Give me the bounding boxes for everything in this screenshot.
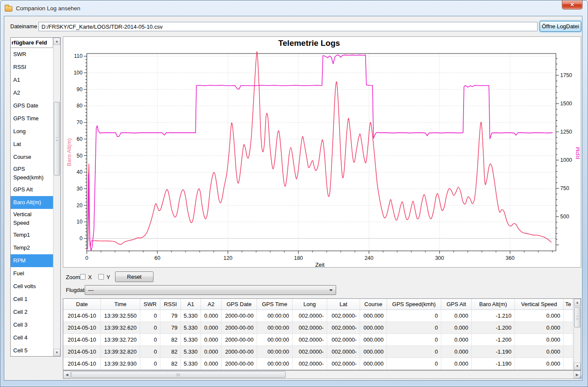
column-header-0[interactable]: Date	[63, 299, 101, 310]
field-item-cell-2[interactable]: Cell 2	[11, 306, 53, 319]
table-cell: 00:00:00	[257, 334, 293, 346]
resize-grip-icon[interactable]: ◢	[578, 374, 582, 380]
svg-text:60: 60	[77, 136, 83, 142]
field-item-temp1[interactable]: Temp1	[11, 229, 53, 241]
table-row[interactable]: 2014-05-1013:39:32.8200825.3300.0002000-…	[63, 346, 573, 358]
telemetry-chart[interactable]: 0601201802403003600102030405060708090100…	[63, 37, 582, 268]
close-icon: ✕	[570, 2, 574, 8]
table-cell: 2014-05-10	[63, 334, 101, 346]
table-cell: 0	[140, 310, 160, 322]
svg-text:0: 0	[80, 235, 83, 241]
table-cell: 0.000	[441, 322, 472, 334]
table-row[interactable]: 2014-05-1013:39:32.6200795.3300.0002000-…	[63, 322, 573, 334]
table-scroll-up-icon[interactable]: ▲	[574, 299, 581, 306]
reset-button[interactable]: Reset	[115, 271, 154, 282]
table-cell: 2014-05-10	[63, 346, 101, 358]
field-item-cell-4[interactable]: Cell 4	[11, 331, 53, 344]
field-item-cell-1[interactable]: Cell 1	[11, 293, 53, 306]
column-header-3[interactable]: RSSI	[160, 299, 181, 310]
field-item-cell-3[interactable]: Cell 3	[11, 319, 53, 331]
table-cell: 0.000	[201, 310, 222, 322]
table-row[interactable]: 2014-05-1013:39:32.7200825.3300.0002000-…	[63, 334, 573, 346]
column-header-10[interactable]: Course	[360, 299, 387, 310]
field-item-baro-alt-m-[interactable]: Baro Alt(m)	[11, 196, 53, 209]
flightdata-value: ---	[88, 287, 94, 293]
field-item-gps-alt[interactable]: GPS Alt	[11, 183, 53, 196]
svg-text:40: 40	[77, 169, 83, 175]
field-item-swr[interactable]: SWR	[11, 48, 53, 61]
table-hscrollbar-thumb[interactable]	[71, 371, 286, 378]
column-header-6[interactable]: GPS Date	[222, 299, 257, 310]
table-cell: -1.190	[472, 358, 515, 370]
column-header-11[interactable]: GPS Speed(kmh)	[387, 299, 441, 310]
field-item-gps-speed-kmh-[interactable]: GPS Speed(kmh)	[11, 164, 44, 183]
scroll-left-icon[interactable]: ◀	[63, 371, 71, 378]
field-item-course[interactable]: Course	[11, 151, 53, 164]
table-cell	[564, 322, 573, 334]
svg-text:240: 240	[364, 255, 373, 261]
zoom-x-checkbox[interactable]	[80, 274, 86, 280]
column-header-12[interactable]: GPS Alt	[441, 299, 472, 310]
table-cell: 13:39:32.620	[101, 322, 140, 334]
scroll-up-icon[interactable]: ▲	[53, 38, 60, 45]
column-header-4[interactable]: A1	[181, 299, 201, 310]
column-header-1[interactable]: Time	[101, 299, 140, 310]
table-cell	[564, 310, 573, 322]
fields-scrollbar[interactable]: ▲ ▼	[53, 38, 60, 356]
column-header-2[interactable]: SWR	[140, 299, 160, 310]
field-item-temp2[interactable]: Temp2	[11, 241, 53, 254]
table-row[interactable]: 2014-05-1013:39:32.9300825.3300.0002000-…	[63, 358, 573, 370]
close-button[interactable]: ✕	[562, 0, 582, 9]
filename-input[interactable]	[38, 22, 538, 31]
field-list: SWRRSSIA1A2GPS DateGPS TimeLongLatCourse…	[11, 48, 53, 356]
table-vscrollbar-thumb[interactable]	[574, 307, 580, 327]
field-item-cell-5[interactable]: Cell 5	[11, 344, 53, 356]
column-header-5[interactable]: A2	[201, 299, 222, 310]
field-item-gps-time[interactable]: GPS Time	[11, 112, 53, 125]
column-header-8[interactable]: Long	[293, 299, 327, 310]
svg-text:10: 10	[77, 219, 83, 225]
table-cell: 0.000	[201, 322, 222, 334]
scroll-down-icon[interactable]: ▼	[53, 349, 60, 356]
flightdata-select[interactable]: ---	[85, 285, 336, 295]
field-item-long[interactable]: Long	[11, 125, 53, 138]
table-cell: 0.000	[515, 334, 564, 346]
column-header-14[interactable]: Vertical Speed	[515, 299, 564, 310]
field-item-fuel[interactable]: Fuel	[11, 267, 53, 280]
table-scroll-down-icon[interactable]: ▼	[574, 363, 581, 370]
zoom-x-label: X	[88, 273, 92, 282]
fields-scrollbar-thumb[interactable]	[54, 102, 60, 176]
svg-text:110: 110	[74, 53, 83, 59]
table-cell: 0	[140, 322, 160, 334]
field-item-cell-volts[interactable]: Cell volts	[11, 280, 53, 293]
table-cell: 002.0000-	[293, 310, 327, 322]
zoom-y-checkbox[interactable]	[98, 274, 104, 280]
svg-text:750: 750	[560, 185, 569, 191]
field-item-lat[interactable]: Lat	[11, 138, 53, 151]
field-item-vertical-speed[interactable]: Vertical Speed	[11, 209, 44, 229]
field-item-a1[interactable]: A1	[11, 74, 53, 86]
field-item-rpm[interactable]: RPM	[11, 254, 53, 267]
column-header-13[interactable]: Baro Alt(m)	[472, 299, 515, 310]
column-header-7[interactable]: GPS Time	[257, 299, 293, 310]
table-cell: 2000-00-00	[222, 334, 257, 346]
open-logfile-button[interactable]: Öffne LogDatei	[540, 21, 581, 32]
table-cell: 5.330	[181, 334, 201, 346]
chart-panel: 0601201802403003600102030405060708090100…	[63, 36, 581, 268]
table-cell: 002.0000-	[293, 346, 327, 358]
titlebar[interactable]: Companion Log ansehen	[0, 0, 588, 16]
svg-text:1250: 1250	[560, 129, 572, 135]
svg-text:100: 100	[74, 70, 83, 76]
column-header-9[interactable]: Lat	[327, 299, 360, 310]
column-header-15[interactable]: Te	[564, 299, 573, 310]
table-row[interactable]: 2014-05-1013:39:32.5500795.3300.0002000-…	[63, 310, 573, 322]
field-item-rssi[interactable]: RSSI	[11, 61, 53, 74]
table-hscrollbar[interactable]: ◀ ▶	[63, 370, 581, 379]
table-cell: 00:00:00	[257, 322, 293, 334]
table-cell: 0	[140, 346, 160, 358]
field-item-a2[interactable]: A2	[11, 86, 53, 99]
table-vscrollbar[interactable]: ▲ ▼	[573, 299, 581, 370]
table-cell: 0.000	[441, 358, 472, 370]
field-item-gps-date[interactable]: GPS Date	[11, 99, 53, 112]
table-cell: 0	[387, 334, 441, 346]
